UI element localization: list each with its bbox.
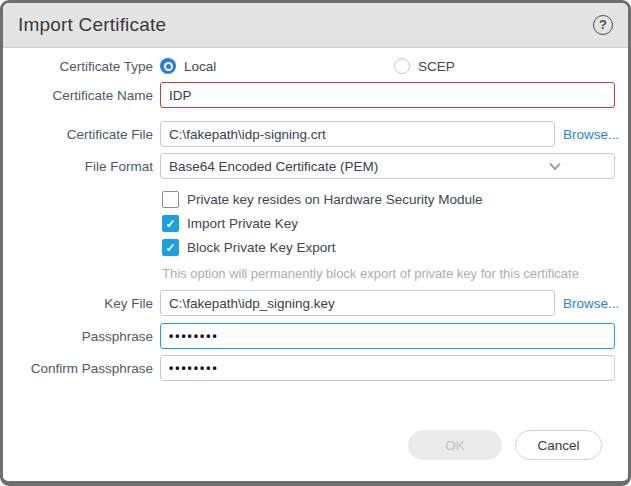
key-file-browse-link[interactable]: Browse...	[563, 296, 615, 311]
cancel-button[interactable]: Cancel	[515, 430, 602, 460]
checkbox-row-import-private-key[interactable]: ✓ Import Private Key	[162, 215, 615, 232]
file-format-row: File Format Base64 Encoded Certificate (…	[16, 153, 615, 179]
radio-local-control[interactable]	[160, 58, 176, 74]
passphrase-input[interactable]	[160, 323, 615, 349]
import-private-key-checkbox[interactable]: ✓	[162, 215, 179, 232]
radio-option-local[interactable]: Local	[160, 58, 394, 74]
confirm-passphrase-input[interactable]	[160, 355, 615, 381]
certificate-type-row: Certificate Type Local SCEP	[16, 58, 615, 74]
certificate-type-label: Certificate Type	[16, 59, 160, 74]
hsm-checkbox[interactable]: ✓	[162, 191, 179, 208]
file-format-label: File Format	[16, 159, 160, 174]
certificate-type-field: Local SCEP	[160, 58, 615, 74]
certificate-name-label: Certificate Name	[16, 88, 160, 103]
block-private-key-export-checkbox[interactable]: ✓	[162, 239, 179, 256]
file-format-select[interactable]: Base64 Encoded Certificate (PEM)	[160, 153, 615, 179]
certificate-file-label: Certificate File	[16, 127, 160, 142]
certificate-file-input[interactable]	[160, 121, 555, 147]
confirm-passphrase-row: Confirm Passphrase	[16, 355, 615, 381]
confirm-passphrase-label: Confirm Passphrase	[16, 361, 160, 376]
file-format-selected-value: Base64 Encoded Certificate (PEM)	[169, 159, 548, 174]
check-icon: ✓	[165, 218, 175, 230]
checkbox-row-hsm[interactable]: ✓ Private key resides on Hardware Securi…	[162, 191, 615, 208]
hsm-checkbox-label: Private key resides on Hardware Security…	[187, 192, 483, 207]
certificate-name-row: Certificate Name	[16, 82, 615, 108]
dialog-body: Certificate Type Local SCEP Certificate …	[3, 48, 628, 430]
import-certificate-dialog: Import Certificate ? Certificate Type Lo…	[0, 0, 631, 486]
dialog-footer: OK Cancel	[3, 430, 628, 481]
dialog-title: Import Certificate	[18, 14, 166, 36]
ok-button[interactable]: OK	[408, 430, 502, 460]
key-file-input[interactable]	[160, 290, 555, 316]
radio-local-label: Local	[184, 59, 216, 74]
certificate-name-input[interactable]	[160, 82, 615, 108]
key-file-label: Key File	[16, 296, 160, 311]
certificate-file-row: Certificate File Browse...	[16, 121, 615, 147]
key-file-row: Key File Browse...	[16, 290, 615, 316]
checkbox-row-block-export[interactable]: ✓ Block Private Key Export	[162, 239, 615, 256]
check-icon: ✓	[165, 242, 175, 254]
radio-scep-label: SCEP	[418, 59, 455, 74]
block-export-hint-text: This option will permanently block expor…	[162, 266, 615, 281]
radio-scep-control[interactable]	[394, 58, 410, 74]
passphrase-label: Passphrase	[16, 329, 160, 344]
certificate-file-browse-link[interactable]: Browse...	[563, 127, 615, 142]
chevron-down-icon	[548, 159, 562, 173]
passphrase-row: Passphrase	[16, 323, 615, 349]
radio-option-scep[interactable]: SCEP	[394, 58, 455, 74]
help-icon[interactable]: ?	[593, 15, 613, 35]
block-private-key-export-label: Block Private Key Export	[187, 240, 336, 255]
import-private-key-label: Import Private Key	[187, 216, 298, 231]
dialog-header: Import Certificate ?	[3, 3, 628, 48]
